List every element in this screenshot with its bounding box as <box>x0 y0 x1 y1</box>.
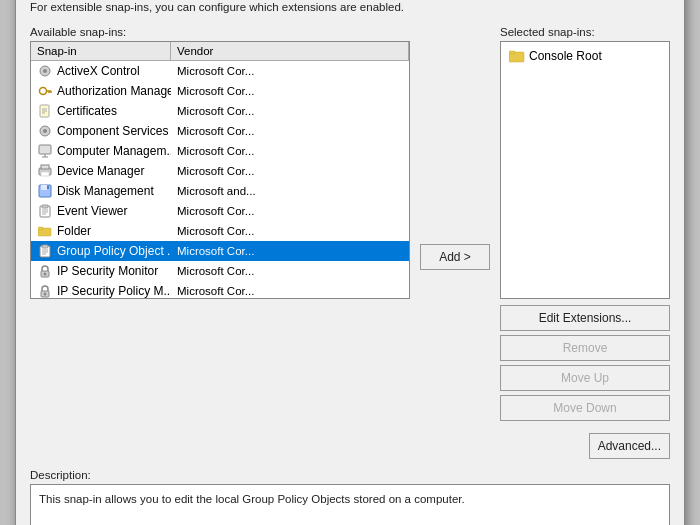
svg-point-11 <box>43 129 47 133</box>
dialog-body: You can select snap-ins for this console… <box>16 0 684 525</box>
snap-in-name: Computer Managem... <box>31 141 171 161</box>
snap-in-vendor: Microsoft Cor... <box>171 243 409 259</box>
table-row[interactable]: IP Security Policy M... Microsoft Cor... <box>31 281 409 298</box>
table-row[interactable]: ActiveX Control Microsoft Cor... <box>31 61 409 81</box>
snap-in-name: Folder <box>31 221 171 241</box>
snap-in-vendor: Microsoft Cor... <box>171 123 409 139</box>
table-row[interactable]: Event Viewer Microsoft Cor... <box>31 201 409 221</box>
move-down-button[interactable]: Move Down <box>500 395 670 421</box>
snap-in-name: Authorization Manager <box>31 81 171 101</box>
table-row[interactable]: Component Services Microsoft Cor... <box>31 121 409 141</box>
edit-extensions-button[interactable]: Edit Extensions... <box>500 305 670 331</box>
snap-in-vendor: Microsoft Cor... <box>171 163 409 179</box>
svg-point-36 <box>44 292 47 295</box>
snap-in-name: Disk Management <box>31 181 171 201</box>
snap-in-name: Component Services <box>31 121 171 141</box>
snap-in-vendor: Microsoft Cor... <box>171 223 409 239</box>
svg-rect-19 <box>41 185 47 190</box>
table-row[interactable]: Certificates Microsoft Cor... <box>31 101 409 121</box>
snap-in-list[interactable]: ActiveX Control Microsoft Cor... Authori… <box>31 61 409 298</box>
snap-in-table: Snap-in Vendor ActiveX Control Microsoft… <box>30 41 410 299</box>
advanced-row: Advanced... <box>500 425 670 459</box>
snap-in-vendor: Microsoft Cor... <box>171 263 409 279</box>
snap-in-icon <box>37 203 53 219</box>
svg-point-1 <box>43 69 47 73</box>
snap-in-vendor: Microsoft Cor... <box>171 83 409 99</box>
console-root-item[interactable]: Console Root <box>505 46 665 66</box>
svg-rect-22 <box>42 205 48 208</box>
snap-in-name: Group Policy Object ... <box>31 241 171 261</box>
table-row[interactable]: Group Policy Object ... Microsoft Cor... <box>31 241 409 261</box>
snap-in-vendor: Microsoft and... <box>171 183 409 199</box>
description-box: This snap-in allows you to edit the loca… <box>30 484 670 525</box>
snap-in-name: ActiveX Control <box>31 61 171 81</box>
snap-in-vendor: Microsoft Cor... <box>171 203 409 219</box>
snap-in-vendor: Microsoft Cor... <box>171 63 409 79</box>
svg-rect-17 <box>41 172 49 176</box>
table-row[interactable]: Computer Managem... Microsoft Cor... <box>31 141 409 161</box>
available-label: Available snap-ins: <box>30 26 410 38</box>
table-header: Snap-in Vendor <box>31 42 409 61</box>
table-row[interactable]: Authorization Manager Microsoft Cor... <box>31 81 409 101</box>
table-row[interactable]: IP Security Monitor Microsoft Cor... <box>31 261 409 281</box>
right-panel: Selected snap-ins: Console Root Edit Ex <box>500 26 670 459</box>
left-panel: Available snap-ins: Snap-in Vendor Activ… <box>30 26 410 459</box>
middle-panel: Add > <box>420 26 490 459</box>
add-remove-snapins-dialog: Add or Remove Snap-ins ✕ You can select … <box>15 0 685 525</box>
header-snap-in[interactable]: Snap-in <box>31 42 171 60</box>
snap-in-icon <box>37 123 53 139</box>
snap-in-icon <box>37 143 53 159</box>
move-up-button[interactable]: Move Up <box>500 365 670 391</box>
snap-in-icon <box>37 283 53 298</box>
description-label: Description: <box>30 469 670 481</box>
table-row[interactable]: Device Manager Microsoft Cor... <box>31 161 409 181</box>
snap-in-name: Certificates <box>31 101 171 121</box>
folder-icon <box>509 48 525 64</box>
snap-in-name: Event Viewer <box>31 201 171 221</box>
description-section: Description: This snap-in allows you to … <box>30 469 670 525</box>
add-button[interactable]: Add > <box>420 244 490 270</box>
table-row[interactable]: Folder Microsoft Cor... <box>31 221 409 241</box>
intro-text: You can select snap-ins for this console… <box>30 0 670 16</box>
snap-in-name: IP Security Policy M... <box>31 281 171 298</box>
table-row[interactable]: Disk Management Microsoft and... <box>31 181 409 201</box>
console-root-label: Console Root <box>529 49 602 63</box>
snap-in-icon <box>37 243 53 259</box>
header-vendor[interactable]: Vendor <box>171 42 409 60</box>
svg-rect-16 <box>41 165 49 169</box>
advanced-button[interactable]: Advanced... <box>589 433 670 459</box>
snap-in-icon <box>37 183 53 199</box>
remove-button[interactable]: Remove <box>500 335 670 361</box>
snap-in-icon <box>37 223 53 239</box>
svg-rect-27 <box>38 227 43 230</box>
right-buttons: Edit Extensions... Remove Move Up Move D… <box>500 305 670 459</box>
snap-in-name: IP Security Monitor <box>31 261 171 281</box>
snap-in-icon <box>37 63 53 79</box>
snap-in-vendor: Microsoft Cor... <box>171 103 409 119</box>
selected-box: Console Root <box>500 41 670 299</box>
snap-in-icon <box>37 163 53 179</box>
svg-rect-20 <box>47 186 49 189</box>
snap-in-name: Device Manager <box>31 161 171 181</box>
snap-in-icon <box>37 103 53 119</box>
snap-in-vendor: Microsoft Cor... <box>171 283 409 298</box>
svg-rect-29 <box>42 245 48 248</box>
snap-in-icon <box>37 263 53 279</box>
svg-point-2 <box>40 87 47 94</box>
svg-point-34 <box>44 272 47 275</box>
svg-rect-38 <box>509 51 515 54</box>
snap-in-vendor: Microsoft Cor... <box>171 143 409 159</box>
svg-rect-12 <box>39 145 51 154</box>
snap-in-icon <box>37 83 53 99</box>
main-area: Available snap-ins: Snap-in Vendor Activ… <box>30 26 670 459</box>
selected-label: Selected snap-ins: <box>500 26 670 38</box>
